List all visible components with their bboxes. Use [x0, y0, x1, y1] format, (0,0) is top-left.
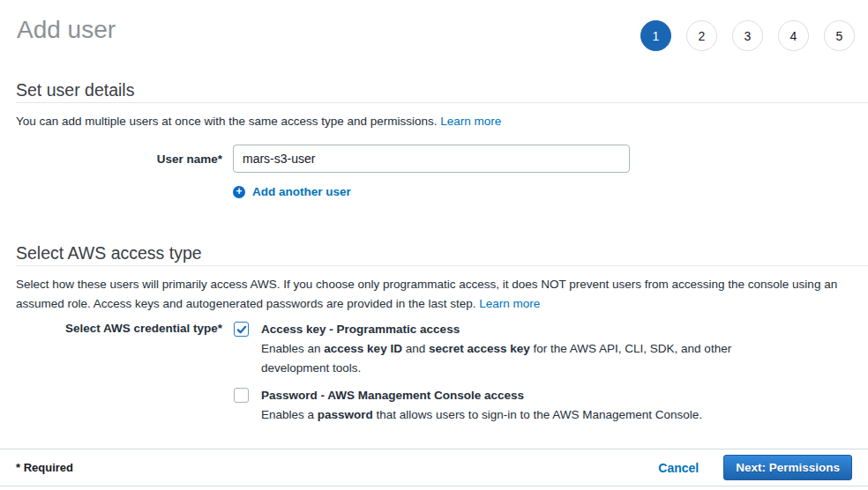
access-type-heading: Select AWS access type	[16, 243, 868, 266]
wizard-step-3-label: 3	[745, 29, 752, 43]
required-note: * Required	[16, 461, 73, 474]
user-details-learn-more-link[interactable]: Learn more	[440, 115, 501, 128]
wizard-step-3: 3	[732, 20, 763, 51]
desc-segment: Enables a	[261, 408, 318, 421]
footer-actions: Cancel Next: Permissions	[658, 455, 852, 480]
page-title: Add user	[17, 16, 116, 44]
user-details-heading: Set user details	[16, 80, 868, 103]
password-option-desc: Enables a password that allows users to …	[261, 405, 702, 425]
wizard-step-2: 2	[686, 20, 717, 51]
password-checkbox[interactable]	[234, 388, 249, 403]
user-name-row: User name*	[16, 145, 868, 173]
wizard-step-1: 1	[640, 20, 671, 51]
wizard-step-4: 4	[778, 20, 809, 51]
next-permissions-button[interactable]: Next: Permissions	[723, 455, 852, 480]
access-type-intro-text: Select how these users will primarily ac…	[16, 278, 837, 310]
access-key-option: Access key - Programmatic access Enables…	[234, 320, 742, 378]
desc-segment: password	[318, 408, 373, 421]
password-option-title: Password - AWS Management Console access	[261, 386, 702, 405]
desc-segment: secret access key	[429, 342, 530, 355]
add-another-user-label: Add another user	[252, 185, 351, 198]
user-name-input[interactable]	[233, 145, 630, 173]
checkmark-icon	[236, 324, 247, 335]
desc-segment: that allows users to sign-in to the AWS …	[373, 408, 702, 421]
wizard-steps: 1 2 3 4 5	[640, 20, 855, 51]
access-key-checkbox[interactable]	[234, 322, 249, 337]
wizard-step-1-label: 1	[653, 29, 660, 43]
footer-bar: * Required Cancel Next: Permissions	[0, 449, 868, 486]
access-type-intro: Select how these users will primarily ac…	[16, 275, 859, 314]
add-another-user-button[interactable]: + Add another user	[233, 185, 351, 198]
wizard-step-5-label: 5	[836, 29, 843, 43]
section-user-details: Set user details You can add multiple us…	[16, 80, 868, 198]
desc-segment: Enables an	[261, 342, 324, 355]
password-option-text: Password - AWS Management Console access…	[261, 386, 702, 425]
access-type-learn-more-link[interactable]: Learn more	[479, 297, 540, 310]
wizard-step-5: 5	[824, 20, 855, 51]
access-key-option-text: Access key - Programmatic access Enables…	[261, 320, 742, 378]
plus-circle-icon: +	[233, 186, 245, 198]
cancel-button[interactable]: Cancel	[658, 461, 699, 475]
wizard-step-2-label: 2	[699, 29, 706, 43]
credential-type-label: Select AWS credential type*	[16, 320, 222, 433]
wizard-step-4-label: 4	[790, 29, 797, 43]
user-name-label: User name*	[16, 145, 222, 173]
desc-segment: and	[402, 342, 429, 355]
section-access-type: Select AWS access type Select how these …	[16, 243, 868, 433]
password-option: Password - AWS Management Console access…	[234, 386, 742, 425]
user-details-intro: You can add multiple users at once with …	[16, 112, 859, 131]
credential-options: Access key - Programmatic access Enables…	[234, 320, 742, 433]
credential-type-row: Select AWS credential type* Access key -…	[16, 320, 868, 433]
access-key-option-desc: Enables an access key ID and secret acce…	[261, 339, 742, 378]
user-details-intro-text: You can add multiple users at once with …	[16, 115, 440, 128]
access-key-option-title: Access key - Programmatic access	[261, 320, 742, 339]
desc-segment: access key ID	[324, 342, 402, 355]
